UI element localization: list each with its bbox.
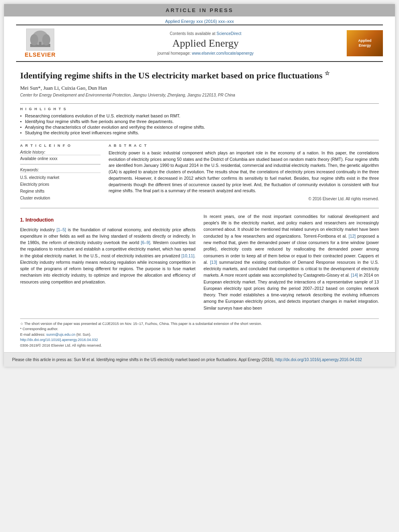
keywords-list: U.S. electricity market Electricity pric… [20, 174, 101, 201]
list-item: Analysing the characteristics of cluster… [20, 125, 379, 129]
authors-text: Mei Sun*, Juan Li, Cuixia Gao, Dun Han [20, 85, 107, 91]
citation-bar: Please cite this article in press as: Su… [4, 352, 395, 367]
keyword-item: Regime shifts [20, 188, 101, 195]
article-title: Identifying regime shifts in the US elec… [20, 70, 379, 82]
elsevier-tree-icon [26, 29, 54, 51]
journal-header: ELSEVIER Contents lists available at Sci… [16, 25, 383, 62]
abstract-column: A B S T R A C T Electricity power is a b… [109, 144, 379, 205]
footnote-1: ☆ The short version of the paper was pre… [20, 321, 379, 327]
citation-link[interactable]: http://dx.doi.org/10.1016/j.apenergy.201… [276, 357, 362, 362]
history-subsection: Article history: Available online xxxx [20, 150, 101, 161]
sciencedirect-name[interactable]: ScienceDirect [216, 31, 241, 36]
elsevier-logo: ELSEVIER [16, 29, 64, 58]
body-right-col: In recent years, one of the most importa… [204, 213, 379, 311]
ref-12[interactable]: [12] [349, 234, 356, 238]
article-in-press-text: ARTICLE IN PRESS [166, 7, 234, 13]
journal-ref-text: Applied Energy xxx (2016) xxx–xxx [165, 19, 234, 24]
article-in-press-banner: ARTICLE IN PRESS [4, 4, 395, 16]
affiliation: Center for Energy Development and Enviro… [20, 93, 379, 97]
history-value: Available online xxxx [20, 156, 101, 161]
body-left-col: 1. Introduction Electricity industry [1–… [20, 213, 195, 311]
main-content: Identifying regime shifts in the US elec… [4, 62, 395, 315]
abstract-text: Electricity power is a basic industrial … [109, 150, 379, 194]
sciencedirect-line: Contents lists available at ScienceDirec… [64, 31, 347, 36]
footnote-2: * Corresponding author. [20, 327, 379, 332]
homepage-url[interactable]: www.elsevier.com/locate/apenergy [192, 51, 253, 55]
homepage-prefix: journal homepage: [157, 51, 192, 55]
divider-2 [20, 140, 379, 140]
keyword-item: U.S. electricity market [20, 174, 101, 181]
history-title: Article history: [20, 150, 101, 155]
doi-link-1[interactable]: http://dx.doi.org/10.1016/j.apenergy.201… [20, 338, 98, 342]
divider-1 [20, 103, 379, 104]
page: ARTICLE IN PRESS Applied Energy xxx (201… [4, 4, 395, 367]
citation-text: Please cite this article in press as: Su… [12, 357, 274, 362]
logo-line1: Applied [358, 39, 372, 43]
footnote-area: ☆ The short version of the paper was pre… [20, 318, 379, 349]
journal-center: Contents lists available at ScienceDirec… [64, 31, 347, 55]
article-info-abstract: A R T I C L E I N F O Article history: A… [20, 144, 379, 205]
list-item: Identifying four regime shifts with five… [20, 119, 379, 124]
logo-line2: Energy [358, 43, 372, 48]
highlights-list: Researching correlations evolution of th… [20, 113, 379, 135]
ref-14[interactable]: [14] [351, 273, 358, 277]
svg-point-2 [30, 34, 38, 45]
svg-point-3 [42, 34, 50, 45]
article-info-column: A R T I C L E I N F O Article history: A… [20, 144, 101, 205]
highlights-section: H I G H L I G H T S Researching correlat… [20, 107, 379, 135]
title-star: ☆ [325, 70, 330, 76]
list-item: Researching correlations evolution of th… [20, 113, 379, 118]
applied-energy-logo: Applied Energy [347, 30, 383, 56]
abstract-label: A B S T R A C T [109, 144, 379, 148]
journal-homepage: journal homepage: www.elsevier.com/locat… [64, 51, 347, 55]
keyword-item: Cluster evolution [20, 195, 101, 201]
footnote-doi: http://dx.doi.org/10.1016/j.apenergy.201… [20, 337, 379, 343]
introduction-heading: 1. Introduction [20, 216, 195, 224]
footnote-issn: 0306-2619/© 2016 Elsevier Ltd. All right… [20, 343, 379, 349]
divider-3 [20, 208, 379, 208]
introduction-paragraph: Electricity industry [1–5] is the founda… [20, 226, 195, 285]
keywords-subsection: Keywords: U.S. electricity market Electr… [20, 168, 101, 201]
list-item: Studying the electricity price level inf… [20, 130, 379, 135]
keywords-title: Keywords: [20, 168, 101, 173]
copyright-line: © 2016 Elsevier Ltd. All rights reserved… [109, 197, 379, 201]
body-columns: 1. Introduction Electricity industry [1–… [20, 213, 379, 311]
elsevier-brand-text: ELSEVIER [25, 51, 56, 58]
ref-13[interactable]: [13] [210, 260, 217, 265]
highlights-label: H I G H L I G H T S [20, 107, 379, 111]
right-paragraph: In recent years, one of the most importa… [204, 213, 379, 311]
journal-title: Applied Energy [64, 37, 347, 49]
keyword-item: Electricity prices [20, 181, 101, 188]
journal-reference: Applied Energy xxx (2016) xxx–xxx [4, 16, 395, 25]
ref-10-11[interactable]: [10,11] [181, 253, 194, 258]
svg-rect-4 [39, 42, 41, 47]
ref-1-5[interactable]: [1–5] [57, 227, 66, 232]
email-link[interactable]: sunm@ujs.edu.cn [46, 333, 75, 337]
sciencedirect-prefix: Contents lists available at [170, 31, 216, 36]
authors-line: Mei Sun*, Juan Li, Cuixia Gao, Dun Han [20, 85, 379, 91]
divider-info [20, 164, 101, 164]
ref-6-9[interactable]: [6–9] [141, 240, 150, 245]
article-title-text: Identifying regime shifts in the US elec… [20, 70, 323, 80]
article-info-label: A R T I C L E I N F O [20, 144, 101, 148]
footnote-email: E-mail address: sunm@ujs.edu.cn (M. Sun)… [20, 332, 379, 338]
applied-energy-logo-text: Applied Energy [358, 39, 372, 48]
